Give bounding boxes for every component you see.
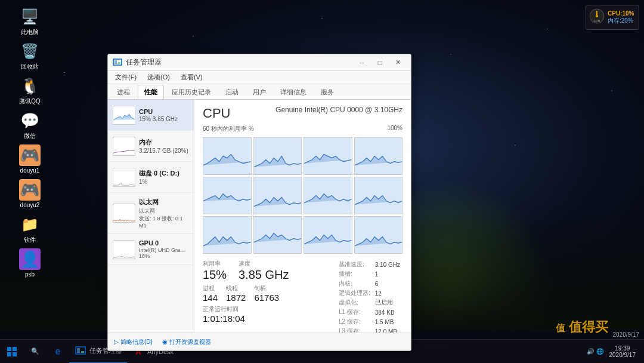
cpu-core-graph-9 <box>203 216 252 254</box>
cpu-core-graph-4 <box>354 137 403 175</box>
strategy-link[interactable]: ▷ 简略信息(D) <box>114 338 153 346</box>
l2-val: 1.5 MB <box>373 317 402 327</box>
window-footer: ▷ 简略信息(D) ◉ 打开资源监视器 <box>108 333 411 350</box>
system-monitor-widget: CPU CPU:10% 内存:20% <box>586 5 639 30</box>
base-speed-val: 3.10 GHz <box>373 260 402 269</box>
qq-icon-label: 腾讯QQ <box>19 98 41 105</box>
menu-file[interactable]: 文件(F) <box>110 72 141 83</box>
mem-monitor-label: 内存:20% <box>608 17 634 25</box>
uptime-value: 1:01:18:04 <box>203 313 330 324</box>
menu-options[interactable]: 选项(O) <box>143 72 175 83</box>
gpu-mini-chart <box>113 240 135 259</box>
svg-rect-5 <box>118 62 120 64</box>
proc-value: 144 <box>203 293 218 303</box>
tab-startup[interactable]: 启动 <box>219 85 245 99</box>
svg-rect-9 <box>355 138 402 174</box>
thread-value: 1872 <box>226 293 246 303</box>
tab-performance[interactable]: 性能 <box>138 85 164 99</box>
recycle-icon-label: 回收站 <box>21 63 39 70</box>
core-label: 内核: <box>336 279 373 288</box>
recycle-icon: 🗑️ <box>19 41 41 62</box>
cpu-core-graph-3 <box>304 137 352 175</box>
virt-val: 已启用 <box>373 298 402 307</box>
qq-icon: 🐧 <box>19 75 41 97</box>
ethernet-sidebar-value: 以太网 发送: 1.8 接收: 0.1 Mb <box>139 207 189 229</box>
clock-date: 2020/9/17 <box>609 352 636 358</box>
cpu-core-graph-12 <box>354 216 403 254</box>
watermark-bottom: 值 值得买 <box>556 318 608 336</box>
taskbar-clock[interactable]: 19:39 2020/9/17 <box>606 344 640 359</box>
svg-rect-20 <box>7 352 11 356</box>
desktop-icon-wechat[interactable]: 💬 微信 <box>11 110 49 140</box>
strategy-label: 简略信息(D) <box>120 338 153 346</box>
start-button[interactable] <box>0 340 24 364</box>
software-icon: 📁 <box>19 214 41 235</box>
window-title-text: 任务管理器 <box>126 57 354 67</box>
desktop-icons: 🖥️ 此电脑 🗑️ 回收站 🐧 腾讯QQ 💬 微信 🎮 douyu1 🎮 dou… <box>11 6 49 278</box>
handle-stat: 句柄 61763 <box>254 284 279 303</box>
sidebar-item-disk[interactable]: 磁盘 0 (C: D:) 1% <box>108 162 194 193</box>
disk-sidebar-name: 磁盘 0 (C: D:) <box>139 169 189 178</box>
ethernet-sidebar-info: 以太网 以太网 发送: 1.8 接收: 0.1 Mb <box>139 198 189 229</box>
cpu-header: CPU Genuine Intel(R) CPU 0000 @ 3.10GHz <box>203 106 402 121</box>
disk-mini-chart <box>113 168 135 187</box>
sidebar-item-gpu[interactable]: GPU 0 Intel(R) UHD Gra...18% <box>108 234 194 265</box>
minimize-button[interactable]: ─ <box>354 57 370 69</box>
tab-services[interactable]: 服务 <box>314 85 340 99</box>
chart-100-label: 100% <box>387 125 402 133</box>
cpu-core-graph-11 <box>304 216 352 254</box>
tab-processes[interactable]: 进程 <box>110 85 137 99</box>
svg-rect-18 <box>7 347 11 351</box>
svg-rect-21 <box>13 352 17 356</box>
maximize-button[interactable]: □ <box>371 57 388 69</box>
tab-users[interactable]: 用户 <box>246 85 273 99</box>
speed-value: 3.85 GHz <box>239 268 289 282</box>
chart-label: 60 秒内的利用率 % <box>203 125 254 133</box>
desktop-icon-recycle[interactable]: 🗑️ 回收站 <box>11 41 49 70</box>
tab-details[interactable]: 详细信息 <box>274 85 313 99</box>
desktop-icon-qq[interactable]: 🐧 腾讯QQ <box>11 75 49 105</box>
wechat-icon-label: 微信 <box>24 133 36 140</box>
psb-icon: 👤 <box>19 248 41 270</box>
svg-rect-14 <box>203 217 251 253</box>
search-icon: 🔍 <box>29 345 42 358</box>
desktop-icon-douyu1[interactable]: 🎮 douyu1 <box>11 144 49 174</box>
proc-stat: 进程 144 <box>203 284 218 303</box>
sidebar-item-memory[interactable]: 内存 3.2/15.7 GB (20%) <box>108 131 194 162</box>
network-icon[interactable]: 🌐 <box>596 348 603 355</box>
desktop-icon-psb[interactable]: 👤 psb <box>11 248 49 278</box>
cpu-core-graph-2 <box>253 137 302 175</box>
task-manager-window: 任务管理器 ─ □ ✕ 文件(F) 选项(O) 查看(V) 进程 性能 应用历史… <box>107 54 411 351</box>
svg-rect-12 <box>304 177 352 214</box>
util-stat: 利用率 15% <box>203 260 227 282</box>
taskbar-search[interactable]: 🔍 <box>24 340 47 364</box>
close-button[interactable]: ✕ <box>389 57 406 69</box>
watermark-text: 值得买 <box>569 319 608 334</box>
memory-sidebar-value: 3.2/15.7 GB (20%) <box>139 147 189 154</box>
taskbar-ie[interactable]: e <box>47 340 69 364</box>
clock-time: 19:39 <box>609 345 636 352</box>
uptime-label: 正常运行时间 <box>203 305 330 313</box>
task-manager-icon <box>113 58 122 67</box>
svg-rect-4 <box>114 60 117 64</box>
disk-sidebar-value: 1% <box>139 179 189 185</box>
desktop-icon-software[interactable]: 📁 软件 <box>11 214 49 244</box>
menu-view[interactable]: 查看(V) <box>176 72 208 83</box>
cpu-sidebar-value: 15% 3.85 GHz <box>139 116 189 122</box>
monitor-link[interactable]: ◉ 打开资源监视器 <box>162 338 211 346</box>
cpu-core-graph-1 <box>203 137 252 175</box>
svg-rect-24 <box>81 351 84 353</box>
cpu-graph-grid <box>203 137 402 254</box>
tab-app-history[interactable]: 应用历史记录 <box>165 85 218 99</box>
sidebar-item-ethernet[interactable]: 以太网 以太网 发送: 1.8 接收: 0.1 Mb <box>108 193 194 234</box>
volume-icon[interactable]: 🔊 <box>587 348 594 355</box>
desktop-icon-douyu2[interactable]: 🎮 douyu2 <box>11 179 49 209</box>
gpu-sidebar-value: Intel(R) UHD Gra...18% <box>139 247 189 259</box>
cpu-core-graph-7 <box>304 177 352 214</box>
desktop-icon-computer[interactable]: 🖥️ 此电脑 <box>11 6 49 36</box>
cpu-stats-section: 利用率 15% 速度 3.85 GHz 进程 144 <box>203 260 402 333</box>
cpu-model: Genuine Intel(R) CPU 0000 @ 3.10GHz <box>275 106 402 114</box>
date-stamp: 2020/9/17 <box>613 331 640 338</box>
cpu-title: CPU <box>203 106 230 121</box>
sidebar-item-cpu[interactable]: CPU 15% 3.85 GHz <box>108 100 194 131</box>
